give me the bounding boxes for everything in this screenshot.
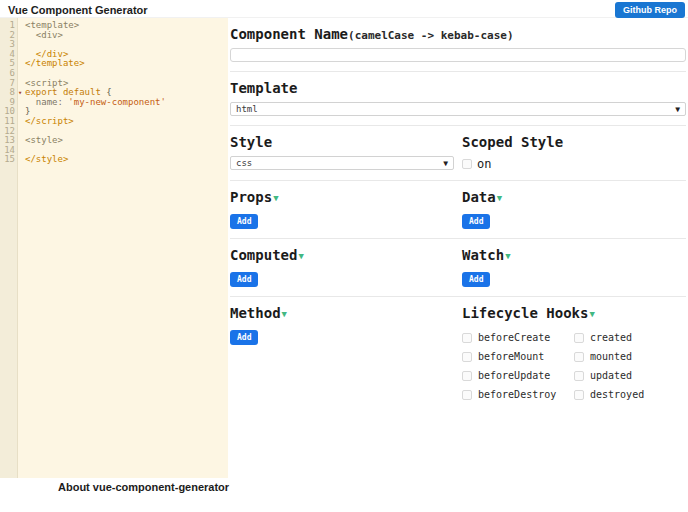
checkbox-icon[interactable] [462,390,472,400]
chevron-down-icon: ▼ [675,105,680,114]
add-prop-button[interactable]: Add [230,214,258,229]
lifecycle-hook-updated[interactable]: updated [574,370,686,381]
fold-gutter-spacer [15,117,25,127]
code-line: 13<style> [0,136,228,146]
computed-watch-section: Computed▼ Add Watch▼ Add [230,239,686,287]
collapse-triangle-icon[interactable]: ▼ [589,309,594,319]
add-data-button[interactable]: Add [462,214,490,229]
style-label: Style [230,134,272,150]
fold-gutter-spacer [15,127,25,137]
code-line: 2 <div> [0,31,228,41]
props-label: Props [230,189,272,205]
lifecycle-hook-label: updated [590,370,632,381]
method-column: Method▼ Add [230,303,454,400]
component-name-label: Component Name [230,26,348,42]
github-repo-button[interactable]: Github Repo [615,2,685,18]
props-data-section: Props▼ Add Data▼ Add [230,181,686,229]
template-select[interactable]: html ▼ [230,102,686,116]
template-label: Template [230,80,297,96]
code-editor[interactable]: 1<template>2 <div>34 </div>5</template>6… [0,18,228,478]
add-computed-button[interactable]: Add [230,272,258,287]
lifecycle-hook-created[interactable]: created [574,332,686,343]
code-line: 15</style> [0,155,228,165]
add-watch-button[interactable]: Add [462,272,490,287]
style-select[interactable]: css ▼ [230,156,454,170]
checkbox-icon[interactable] [462,333,472,343]
code-line: 5</template> [0,59,228,69]
watch-label: Watch [462,247,504,263]
template-section: Template html ▼ [230,72,686,116]
checkbox-icon[interactable] [462,371,472,381]
lifecycle-hook-mounted[interactable]: mounted [574,351,686,362]
fold-gutter-spacer [15,98,25,108]
fold-gutter-spacer [15,155,25,165]
scoped-style-column: Scoped Style on [462,132,686,171]
fold-gutter-spacer [15,31,25,41]
checkbox-icon[interactable] [462,352,472,362]
lifecycle-hook-destroyed[interactable]: destroyed [574,389,686,400]
lifecycle-hook-label: destroyed [590,389,644,400]
lifecycle-column: Lifecycle Hooks▼ beforeCreatecreatedbefo… [462,303,686,400]
lifecycle-hooks-label: Lifecycle Hooks [462,305,588,321]
code-text: </template> [25,59,85,69]
header: Vue Component Generator Github Repo [0,0,688,18]
checkbox-icon[interactable] [574,352,584,362]
collapse-triangle-icon[interactable]: ▼ [298,251,303,261]
collapse-triangle-icon[interactable]: ▼ [273,193,278,203]
lifecycle-hook-label: beforeCreate [478,332,550,343]
fold-gutter-spacer [15,50,25,60]
collapse-triangle-icon[interactable]: ▼ [505,251,510,261]
fold-gutter-spacer [15,40,25,50]
component-name-input[interactable] [230,48,686,62]
lifecycle-hook-label: beforeMount [478,351,544,362]
lifecycle-hook-beforeDestroy[interactable]: beforeDestroy [462,389,574,400]
code-text: <div> [25,31,63,41]
lifecycle-hook-beforeCreate[interactable]: beforeCreate [462,332,574,343]
scoped-style-toggle[interactable]: on [462,157,686,171]
fold-gutter-spacer [15,107,25,117]
lifecycle-hook-beforeUpdate[interactable]: beforeUpdate [462,370,574,381]
lifecycle-hook-label: beforeDestroy [478,389,556,400]
code-text: </script> [25,117,74,127]
style-section: Style css ▼ Scoped Style on [230,126,686,171]
watch-column: Watch▼ Add [462,245,686,287]
lifecycle-hook-beforeMount[interactable]: beforeMount [462,351,574,362]
fold-gutter-spacer [15,146,25,156]
generator-form: Component Name(camelCase -> kebab-case) … [228,18,688,400]
fold-gutter-spacer [15,69,25,79]
data-column: Data▼ Add [462,187,686,229]
checkbox-icon[interactable] [574,333,584,343]
code-editor-lines: 1<template>2 <div>34 </div>5</template>6… [0,18,228,165]
lifecycle-hook-label: created [590,332,632,343]
props-column: Props▼ Add [230,187,454,229]
fold-gutter-spacer [15,21,25,31]
checkbox-icon[interactable] [574,371,584,381]
app-title: Vue Component Generator [8,4,148,16]
method-label: Method [230,305,281,321]
fold-triangle-icon[interactable]: ▾ [15,88,25,98]
lifecycle-hook-label: beforeUpdate [478,370,550,381]
data-label: Data [462,189,496,205]
checkbox-icon[interactable] [574,390,584,400]
checkbox-icon[interactable] [462,159,472,169]
fold-gutter-spacer [15,79,25,89]
lifecycle-hooks-grid: beforeCreatecreatedbeforeMountmountedbef… [462,332,686,400]
lifecycle-hook-label: mounted [590,351,632,362]
style-select-value: css [236,158,252,168]
code-text: <style> [25,136,63,146]
fold-gutter-spacer [15,59,25,69]
style-column: Style css ▼ [230,132,454,171]
collapse-triangle-icon[interactable]: ▼ [497,193,502,203]
line-number: 15 [0,155,15,165]
about-link[interactable]: About vue-component-generator [58,481,229,493]
method-lifecycle-section: Method▼ Add Lifecycle Hooks▼ beforeCreat… [230,297,686,400]
scoped-style-on-label: on [477,157,491,171]
add-method-button[interactable]: Add [230,330,258,345]
fold-gutter-spacer [15,136,25,146]
code-text: </style> [25,155,68,165]
component-name-hint: (camelCase -> kebab-case) [348,29,514,42]
code-line: 11</script> [0,117,228,127]
component-name-section: Component Name(camelCase -> kebab-case) [230,18,686,62]
chevron-down-icon: ▼ [443,159,448,168]
collapse-triangle-icon[interactable]: ▼ [282,309,287,319]
